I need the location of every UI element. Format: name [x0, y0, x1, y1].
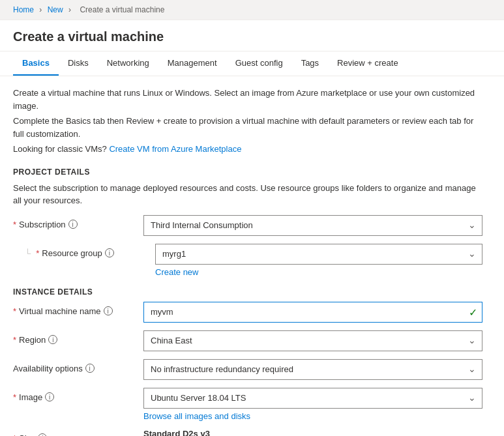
image-row: * Image i Ubuntu Server 18.04 LTS Browse…: [13, 388, 482, 421]
vm-name-label: * Virtual machine name i: [13, 302, 143, 316]
browse-images-link[interactable]: Browse all images and disks: [143, 411, 482, 421]
breadcrumb-new[interactable]: New: [48, 5, 63, 14]
tab-bar: Basics Disks Networking Management Guest…: [0, 51, 504, 76]
classic-vms-text: Looking for classic VMs? Create VM from …: [13, 143, 482, 156]
vm-name-check-icon: ✓: [469, 306, 477, 318]
main-content: Create a virtual machine that runs Linux…: [0, 76, 496, 436]
breadcrumb-sep2: ›: [68, 5, 71, 14]
tab-networking[interactable]: Networking: [98, 51, 158, 76]
subscription-label: * Subscription i: [13, 215, 143, 229]
vm-name-input[interactable]: [143, 302, 482, 323]
resource-group-required: *: [36, 248, 39, 258]
region-row: * Region i China East: [13, 330, 482, 351]
breadcrumb: Home › New › Create a virtual machine: [0, 0, 504, 20]
resource-group-dropdown-wrapper: myrg1: [155, 244, 482, 265]
resource-group-label: └ * Resource group i: [25, 244, 155, 258]
size-label: * Size i: [13, 429, 143, 437]
resource-group-control: myrg1 Create new: [155, 244, 482, 277]
breadcrumb-sep1: ›: [39, 5, 42, 14]
region-dropdown-wrapper: China East: [143, 330, 482, 351]
description-line2: Complete the Basics tab then Review + cr…: [13, 115, 482, 140]
image-label: * Image i: [13, 388, 143, 402]
vm-name-row: * Virtual machine name i ✓: [13, 302, 482, 323]
breadcrumb-current: Create a virtual machine: [80, 5, 164, 14]
subscription-required: *: [13, 220, 16, 229]
tab-tags[interactable]: Tags: [292, 51, 328, 76]
project-details-desc: Select the subscription to manage deploy…: [13, 182, 482, 207]
region-label: * Region i: [13, 330, 143, 345]
region-info-icon[interactable]: i: [48, 335, 57, 344]
vm-name-control: ✓: [143, 302, 482, 323]
size-required: *: [13, 433, 16, 437]
availability-control: No infrastructure redundancy required: [143, 359, 482, 380]
create-new-link[interactable]: Create new: [155, 267, 482, 277]
region-control: China East: [143, 330, 482, 351]
tab-disks[interactable]: Disks: [59, 51, 98, 76]
image-dropdown[interactable]: Ubuntu Server 18.04 LTS: [143, 388, 482, 409]
create-vm-link[interactable]: Create VM from Azure Marketplace: [109, 144, 241, 154]
availability-dropdown[interactable]: No infrastructure redundancy required: [143, 359, 482, 380]
tab-guest-config[interactable]: Guest config: [226, 51, 292, 76]
region-required: *: [13, 335, 16, 345]
availability-label: Availability options i: [13, 359, 143, 373]
image-control: Ubuntu Server 18.04 LTS Browse all image…: [143, 388, 482, 421]
size-control: Standard D2s v3 2 vcpus, 8 GB memory Cha…: [143, 429, 482, 437]
tab-management[interactable]: Management: [158, 51, 226, 76]
tab-basics[interactable]: Basics: [13, 51, 59, 76]
availability-info-icon[interactable]: i: [85, 364, 95, 373]
resource-group-dropdown[interactable]: myrg1: [155, 244, 482, 265]
image-dropdown-wrapper: Ubuntu Server 18.04 LTS: [143, 388, 482, 409]
subscription-control: Third Internal Consumption: [143, 215, 482, 236]
size-info-icon[interactable]: i: [38, 433, 47, 436]
size-name: Standard D2s v3: [143, 429, 482, 437]
page-title: Create a virtual machine: [0, 20, 504, 51]
availability-row: Availability options i No infrastructure…: [13, 359, 482, 380]
subscription-row: * Subscription i Third Internal Consumpt…: [13, 215, 482, 236]
availability-dropdown-wrapper: No infrastructure redundancy required: [143, 359, 482, 380]
breadcrumb-home[interactable]: Home: [13, 5, 34, 14]
description-line1: Create a virtual machine that runs Linux…: [13, 87, 482, 112]
project-details-title: PROJECT DETAILS: [13, 167, 482, 177]
region-dropdown[interactable]: China East: [143, 330, 482, 351]
vm-name-required: *: [13, 306, 16, 316]
size-row: * Size i Standard D2s v3 2 vcpus, 8 GB m…: [13, 429, 482, 437]
image-required: *: [13, 392, 16, 402]
vm-name-input-wrapper: ✓: [143, 302, 482, 323]
tab-review-create[interactable]: Review + create: [328, 51, 408, 76]
vm-name-info-icon[interactable]: i: [104, 306, 113, 315]
resource-group-info-icon[interactable]: i: [105, 248, 114, 257]
instance-details-title: INSTANCE DETAILS: [13, 287, 482, 297]
resource-group-row: └ * Resource group i myrg1 Create new: [25, 244, 482, 277]
resource-group-connector: └: [25, 248, 31, 258]
subscription-dropdown[interactable]: Third Internal Consumption: [143, 215, 482, 236]
image-info-icon[interactable]: i: [45, 392, 54, 401]
subscription-info-icon[interactable]: i: [68, 220, 78, 229]
subscription-dropdown-wrapper: Third Internal Consumption: [143, 215, 482, 236]
